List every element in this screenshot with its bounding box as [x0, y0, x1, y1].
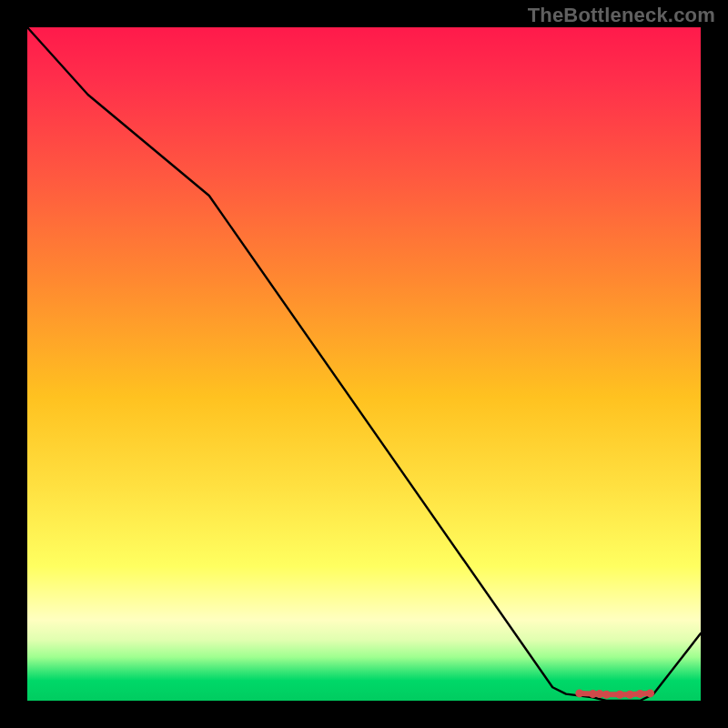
highlight-marker — [602, 691, 611, 699]
chart-frame: TheBottleneck.com — [0, 0, 728, 728]
highlight-marker — [626, 691, 634, 699]
series-curve — [27, 27, 701, 701]
chart-svg — [27, 27, 701, 701]
highlight-marker — [616, 691, 624, 699]
watermark-text: TheBottleneck.com — [528, 4, 715, 27]
highlight-marker — [636, 690, 644, 698]
plot-area — [27, 27, 701, 701]
highlight-marker — [646, 689, 654, 697]
highlight-marker — [575, 689, 583, 697]
